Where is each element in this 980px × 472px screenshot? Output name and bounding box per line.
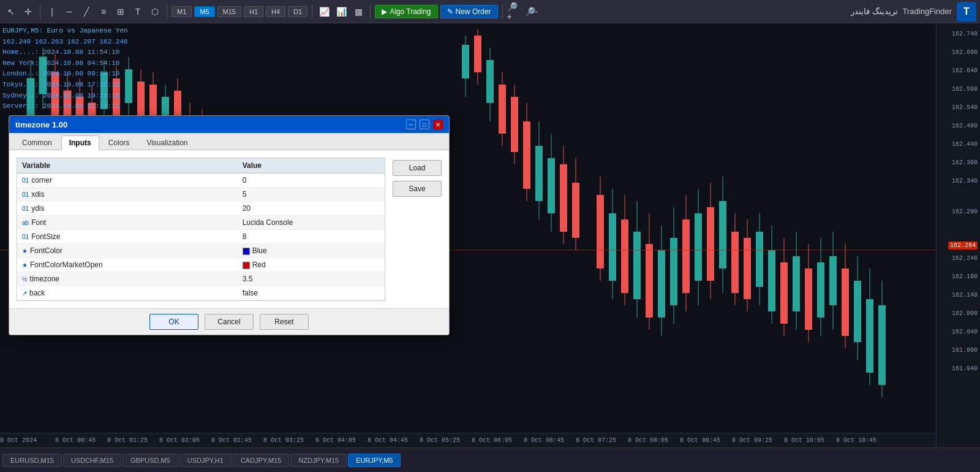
variable-name: timezone	[29, 275, 59, 283]
shapes-icon[interactable]: ⬡	[148, 4, 162, 19]
variable-value: 3.5	[238, 272, 385, 286]
zoom-in-icon[interactable]: 🔎+	[507, 4, 522, 19]
variable-name: ydis	[31, 204, 44, 213]
variable-value: Blue	[238, 244, 385, 258]
minimize-button[interactable]: ─	[406, 120, 416, 129]
tab-visualization[interactable]: Visualization	[138, 135, 195, 150]
row-type-icon: 01	[22, 205, 29, 212]
row-type-icon: ab	[22, 219, 29, 226]
vline-icon[interactable]: |	[45, 4, 59, 19]
variable-value: 0	[238, 173, 385, 188]
brand-arabic: تریدینگ فایندر	[851, 7, 898, 16]
inputs-table: Variable Value 01corner001xdis501ydis20a…	[17, 158, 385, 301]
tab-nzdjpy[interactable]: NZDJPY,M15	[290, 454, 347, 467]
table-row[interactable]: 01xdis5	[17, 188, 385, 202]
tab-cadjpy[interactable]: CADJPY,M15	[233, 454, 289, 467]
table-row[interactable]: 01corner0	[17, 173, 385, 188]
tab-inputs[interactable]: Inputs	[61, 135, 99, 150]
sep4	[370, 4, 371, 19]
modal-header: timezone 1.00 ─ □ ✕	[9, 116, 449, 133]
modal-footer: OK Cancel Reset	[9, 308, 449, 335]
variable-name: back	[29, 289, 45, 297]
chart-line-icon[interactable]: 📈	[317, 4, 331, 19]
row-type-icon: 01	[22, 191, 29, 198]
close-button[interactable]: ✕	[433, 120, 443, 129]
variable-name: Font	[31, 218, 46, 227]
tab-gbpusd[interactable]: GBPUSD,M5	[123, 454, 178, 467]
variable-value: 5	[238, 188, 385, 202]
chart-bar-icon[interactable]: 📊	[334, 4, 349, 19]
reset-button[interactable]: Reset	[260, 314, 309, 330]
crosshair-icon[interactable]: ✛	[21, 4, 36, 19]
tab-common[interactable]: Common	[14, 135, 60, 150]
row-type-icon: 01	[22, 234, 29, 240]
tab-eurjpy[interactable]: EURJPY,M5	[348, 454, 401, 467]
tab-usdjpy[interactable]: USDJPY,H1	[179, 454, 232, 467]
row-type-icon: ↗	[22, 290, 27, 297]
modal-tabs: Common Inputs Colors Visualization	[9, 133, 449, 150]
sep1	[40, 4, 40, 19]
modal-controls: ─ □ ✕	[406, 120, 443, 129]
table-row[interactable]: ★FontColorBlue	[17, 244, 385, 258]
save-button[interactable]: Save	[393, 181, 442, 197]
variable-name: FontColor	[30, 246, 62, 255]
modal-title: timezone 1.00	[15, 120, 67, 129]
order-icon: ✎	[447, 7, 453, 16]
chart-area: EURJPY,M5: Euro vs Japanese Yen 162.249 …	[0, 23, 980, 447]
variable-name: FontColorMarketOpen	[30, 261, 103, 269]
load-button[interactable]: Load	[393, 160, 442, 176]
tf-m5[interactable]: M5	[194, 6, 214, 17]
brand-logo: T	[957, 2, 976, 21]
table-row[interactable]: ½timezone3.5	[17, 272, 385, 286]
trendline-icon[interactable]: ╱	[79, 4, 94, 19]
maximize-button[interactable]: □	[420, 120, 429, 129]
algo-trading-button[interactable]: ▶ Algo Trading	[375, 5, 437, 18]
brand-name: TradingFinder	[903, 7, 952, 16]
tf-h1[interactable]: H1	[244, 6, 263, 17]
cancel-button[interactable]: Cancel	[205, 314, 254, 330]
toolbar: ↖ ✛ | ─ ╱ ≡ ⊞ T ⬡ M1 M5 M15 H1 H4 D1 📈 📊…	[0, 0, 980, 23]
variable-value: Red	[238, 258, 385, 272]
new-order-button[interactable]: ✎ New Order	[440, 5, 498, 18]
row-type-icon: ★	[22, 248, 28, 254]
play-icon: ▶	[382, 7, 387, 16]
sep2	[167, 4, 167, 19]
chart-candle-icon[interactable]: ▦	[351, 4, 366, 19]
ok-button[interactable]: OK	[149, 314, 198, 330]
tab-eurusd[interactable]: EURUSD,M15	[2, 454, 62, 467]
table-row[interactable]: ↗backfalse	[17, 286, 385, 300]
col-value: Value	[238, 158, 385, 173]
brand-area: تریدینگ فایندر TradingFinder T	[851, 2, 976, 21]
variable-value: false	[238, 286, 385, 300]
tf-d1[interactable]: D1	[288, 6, 307, 17]
variable-name: xdis	[31, 190, 44, 199]
tf-m15[interactable]: M15	[217, 6, 241, 17]
variable-name: FontSize	[31, 232, 60, 241]
color-swatch	[243, 262, 250, 269]
zoom-out-icon[interactable]: 🔎-	[524, 4, 539, 19]
modal-overlay: timezone 1.00 ─ □ ✕ Common Inputs Colors…	[0, 23, 980, 447]
text-icon[interactable]: T	[130, 4, 145, 19]
row-type-icon: 01	[22, 177, 29, 184]
side-buttons: Load Save	[393, 158, 442, 301]
channel-icon[interactable]: ≡	[96, 4, 111, 19]
tab-usdchf[interactable]: USDCHF,M15	[63, 454, 121, 467]
tab-colors[interactable]: Colors	[100, 135, 138, 150]
row-type-icon: ★	[22, 262, 28, 268]
table-row[interactable]: 01FontSize8	[17, 230, 385, 244]
cursor-icon[interactable]: ↖	[4, 4, 18, 19]
row-type-icon: ½	[22, 276, 27, 283]
variable-value: Lucida Console	[238, 216, 385, 230]
variable-value: 20	[238, 202, 385, 216]
bottom-tabs: EURUSD,M15 USDCHF,M15 GBPUSD,M5 USDJPY,H…	[0, 447, 980, 472]
hline-icon[interactable]: ─	[62, 4, 77, 19]
table-row[interactable]: abFontLucida Console	[17, 216, 385, 230]
tf-h4[interactable]: H4	[266, 6, 285, 17]
color-swatch	[243, 248, 250, 255]
table-row[interactable]: ★FontColorMarketOpenRed	[17, 258, 385, 272]
table-row[interactable]: 01ydis20	[17, 202, 385, 216]
tf-m1[interactable]: M1	[172, 6, 192, 17]
sep5	[502, 4, 503, 19]
fib-icon[interactable]: ⊞	[113, 4, 128, 19]
variable-value: 8	[238, 230, 385, 244]
